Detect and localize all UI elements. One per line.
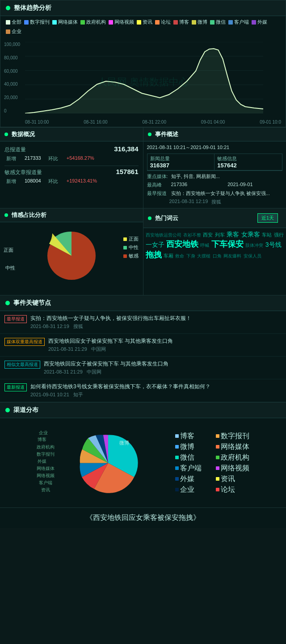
sensitive-value: 157861 <box>116 168 138 175</box>
legend-color-blog <box>173 20 178 25</box>
legend-label-video: 网络视频 <box>114 19 134 25</box>
y-20k: 20,000 <box>4 95 20 100</box>
total-label: 总报道量 <box>4 146 26 154</box>
legend-label-client: 客户端 <box>234 19 249 25</box>
legend-enterprise: 企业 <box>6 28 21 35</box>
data-dot <box>4 133 8 136</box>
ch-dot-wechat <box>175 456 179 459</box>
node-content-max-similar: 西安地铁回应女子被保安拖下车 与其他乘客发生口角 2021-08-31 21:2… <box>44 360 168 375</box>
new-label: 新增 <box>6 155 16 162</box>
legend-label-wechat: 微信 <box>216 19 226 25</box>
ch-label-gov: 政府机构 <box>37 444 55 450</box>
legend-weibo: 微博 <box>192 19 207 25</box>
ch-dot-enterprise2 <box>175 488 179 491</box>
node-earliest: 最早报道 实拍：西安地铁一女子疑与人争执，被保安强行拖出车厢扯坏衣服！ 2021… <box>0 311 286 334</box>
legend-client: 客户端 <box>228 19 249 25</box>
event-desc-header: 事件概述 <box>143 128 286 141</box>
legend-label-digital: 数字报刊 <box>30 19 50 25</box>
sentiment-dot <box>4 213 8 217</box>
y-40k: 40,000 <box>4 82 20 87</box>
key-media-row: 重点媒体: 知乎, 抖音, 网易新闻... <box>147 173 283 180</box>
node-date-max-similar: 2021-08-31 21:29 <box>44 369 83 374</box>
wordcloud-area: 西安地铁运营公司 衣衫不整 西安 列车 乘客 女乘客 车站 强行 一女子 西安地… <box>143 228 286 295</box>
legend-negative: 敏感 <box>123 253 139 259</box>
key-media-value: 知乎, 抖音, 网易新闻... <box>171 173 283 180</box>
dot-negative <box>123 254 127 258</box>
tag-max-similar: 相似文最高报道 <box>4 361 40 369</box>
svg-text:微博: 微博 <box>119 440 129 445</box>
page-container: 整体趋势分析 全部 数字报刊 网络媒体 政府机构 网络视频 <box>0 0 286 528</box>
chart-yaxis: 100,000 80,000 60,000 40,000 20,000 0 <box>4 42 20 113</box>
peak-value: 217336 <box>171 182 226 187</box>
wordcloud-header: 热门词云 近1天 <box>143 208 286 228</box>
event-desc: 事件概述 2021-08-31 10:21～2021-09-01 10:21 新… <box>143 128 286 208</box>
near1day-button[interactable]: 近1天 <box>257 213 278 223</box>
wordcloud-title: 热门词云 <box>155 214 178 222</box>
node-title-max-similar: 西安地铁回应女子被保安拖下车 与其他乘客发生口角 <box>44 360 168 368</box>
sensitive-info-value: 157642 <box>217 162 279 169</box>
sentiment-header: 情感占比分析 <box>0 208 143 222</box>
word-lower-body: 下身 <box>186 253 195 258</box>
word-carriage: 车厢 <box>164 253 173 258</box>
sensitive-sub: 新增 108004 环比 +192413.41% <box>4 178 139 185</box>
legend-label-netmedia: 网络媒体 <box>58 19 78 25</box>
ch-legend-blog: 博客 <box>175 432 209 441</box>
x-0901-04: 09-01 04:00 <box>201 120 225 125</box>
ch-legend-wechat: 微信 <box>175 453 209 462</box>
legend-color-gov <box>80 20 85 25</box>
event-desc-title: 事件概述 <box>155 130 178 138</box>
channel-legend: 博客 数字报刊 微博 网络媒体 <box>175 432 249 494</box>
total-value: 316,384 <box>114 145 138 153</box>
sensitive-info-label: 敏感信息 <box>217 155 279 162</box>
word-female-passenger: 女乘客 <box>241 231 260 238</box>
positive-legend-label: 正面 <box>129 236 139 242</box>
node-content-latest: 如何看待西安地铁3号线女乘客被保安拖拽下车，衣不蔽体？事件真相如何？ 2021-… <box>30 383 210 398</box>
key-nodes-dot <box>5 301 10 305</box>
news-total-label: 新闻总量 <box>150 155 212 162</box>
sentiment-section: 情感占比分析 正面 中性 正面 <box>0 208 143 295</box>
word-clothes-messy: 衣衫不整 <box>183 233 201 237</box>
legend-color-all <box>6 20 10 25</box>
legend-color-weibo <box>192 20 196 25</box>
legend-label-foreign: 外媒 <box>257 19 267 25</box>
legend-color-netmedia <box>52 20 57 25</box>
footer-title-text: 《西安地铁回应女乘客被保安拖拽》 <box>86 514 200 521</box>
word-one-woman: 一女子 <box>146 241 164 248</box>
ch-label-blog: 博客 <box>38 436 46 443</box>
ch-dot-weibo <box>175 445 179 449</box>
channel-pie-container: 企业 博客 政府机构 数字报刊 外媒 网络媒体 网络视频 客户端 资讯 <box>37 422 171 504</box>
channel-dot <box>5 408 10 412</box>
legend-gov: 政府机构 <box>80 19 106 25</box>
peak-row: 最高峰 217336 2021-09-01 <box>147 182 283 188</box>
negative-legend-label: 敏感 <box>129 253 139 259</box>
key-nodes-section: 事件关键节点 最早报道 实拍：西安地铁一女子疑与人争执，被保安强行拖出车厢扯坏衣… <box>0 295 286 402</box>
y-0: 0 <box>4 108 20 113</box>
y-60k: 60,000 <box>4 69 20 74</box>
node-title-max-spread: 西安地铁回应女子被保安拖下车 与其他乘客发生口角 <box>48 337 173 345</box>
key-nodes-header: 事件关键节点 <box>0 295 286 311</box>
wordcloud-header-left: 热门词云 <box>148 214 178 222</box>
event-inner: 2021-08-31 10:21～2021-09-01 10:21 新闻总量 3… <box>143 141 286 208</box>
node-content-earliest: 实拍：西安地铁一女子疑与人争执，被保安强行拖出车厢扯坏衣服！ 2021-08-3… <box>30 315 191 330</box>
ch-label-legend-foreign2: 外媒 <box>180 474 194 484</box>
ch-label-legend-wechat: 微信 <box>180 453 194 462</box>
trend-title: 整体趋势分析 <box>14 4 51 12</box>
dot-neutral <box>123 246 127 249</box>
channel-legend-grid: 博客 数字报刊 微博 网络媒体 <box>175 432 249 494</box>
ch-label-foreign: 外媒 <box>38 458 46 465</box>
ch-label-legend-blog: 博客 <box>180 432 194 441</box>
word-station: 车站 <box>262 232 272 237</box>
data-overview-title: 数据概况 <box>12 130 35 138</box>
node-source-latest: 知乎 <box>73 392 83 397</box>
legend-wechat: 微信 <box>210 19 226 25</box>
word-rescue: 救命 <box>175 253 184 258</box>
legend-video: 网络视频 <box>109 19 134 25</box>
node-date-max-spread: 2021-08-31 21:29 <box>48 346 87 352</box>
word-train: 列车 <box>215 232 225 237</box>
word-xian-metro: 西安地铁 <box>166 240 198 249</box>
word-passenger: 乘客 <box>227 231 239 238</box>
trend-section-header: 整体趋势分析 <box>0 0 286 16</box>
event-date-range: 2021-08-31 10:21～2021-09-01 10:21 <box>147 144 283 151</box>
ch-legend-digital: 数字报刊 <box>216 432 249 441</box>
legend-label-all: 全部 <box>12 19 21 25</box>
